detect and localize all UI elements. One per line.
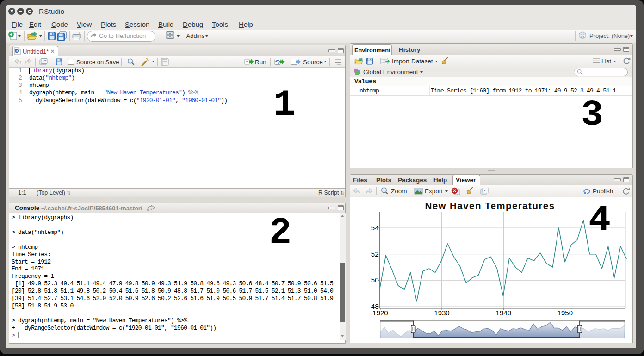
svg-text:1940: 1940 [496, 309, 511, 317]
svg-text:1950: 1950 [557, 309, 573, 317]
svg-text:52: 52 [371, 250, 379, 258]
svg-text:R: R [16, 49, 18, 53]
svg-text:1920: 1920 [372, 309, 388, 317]
svg-text:50: 50 [371, 276, 379, 284]
svg-text:1930: 1930 [434, 309, 449, 317]
svg-text:R: R [581, 35, 584, 39]
svg-text:54: 54 [371, 224, 379, 232]
